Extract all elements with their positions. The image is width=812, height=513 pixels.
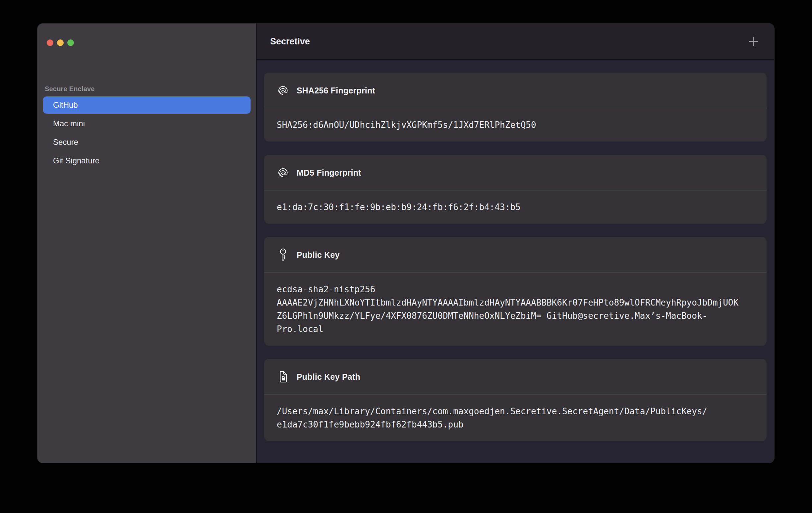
card-header: SHA256 Fingerprint xyxy=(264,73,766,108)
sidebar-item-git-signature[interactable]: Git Signature xyxy=(43,152,251,169)
main-panel: Secretive xyxy=(257,24,774,463)
add-secret-button[interactable] xyxy=(746,34,761,49)
card-title: SHA256 Fingerprint xyxy=(297,86,375,95)
title-bar: Secretive xyxy=(257,24,774,60)
traffic-lights xyxy=(47,39,74,46)
doc-lock-icon xyxy=(277,370,289,383)
secret-list: GitHub Mac mini Secure Git Signature xyxy=(43,96,251,169)
minimize-window-button[interactable] xyxy=(57,39,64,46)
key-icon xyxy=(277,248,289,261)
sidebar-item-label: Secure xyxy=(53,138,78,147)
public-key-path-value[interactable]: /Users/max/Library/Containers/com.maxgoe… xyxy=(264,394,766,441)
secret-detail: SHA256 Fingerprint SHA256:d6AnOU/UDhcihZ… xyxy=(257,60,774,463)
sidebar-item-github[interactable]: GitHub xyxy=(43,96,251,114)
card-header: MD5 Fingerprint xyxy=(264,155,766,190)
sha256-fingerprint-value[interactable]: SHA256:d6AnOU/UDhcihZlkjvXGPKmf5s/1JXd7E… xyxy=(264,108,766,142)
public-key-path-card: Public Key Path /Users/max/Library/Conta… xyxy=(264,359,766,441)
sidebar-item-label: Git Signature xyxy=(53,156,99,165)
sidebar-item-secure[interactable]: Secure xyxy=(43,134,251,151)
close-window-button[interactable] xyxy=(47,39,53,46)
card-header: Public Key Path xyxy=(264,359,766,394)
sha256-fingerprint-card: SHA256 Fingerprint SHA256:d6AnOU/UDhcihZ… xyxy=(264,73,766,142)
sidebar-section-label: Secure Enclave xyxy=(45,85,95,93)
sidebar-item-label: GitHub xyxy=(53,101,78,110)
sidebar-item-mac-mini[interactable]: Mac mini xyxy=(43,115,251,132)
fingerprint-icon xyxy=(277,84,289,97)
public-key-value[interactable]: ecdsa-sha2-nistp256 AAAAE2VjZHNhLXNoYTIt… xyxy=(264,272,766,346)
md5-fingerprint-value[interactable]: e1:da:7c:30:f1:fe:9b:eb:b9:24:fb:f6:2f:b… xyxy=(264,190,766,224)
card-title: Public Key xyxy=(297,250,340,260)
zoom-window-button[interactable] xyxy=(67,39,74,46)
sidebar: Secure Enclave GitHub Mac mini Secure Gi… xyxy=(37,24,257,463)
sidebar-item-label: Mac mini xyxy=(53,119,85,128)
card-title: MD5 Fingerprint xyxy=(297,168,361,178)
card-title: Public Key Path xyxy=(297,372,360,382)
page-title: Secretive xyxy=(270,36,310,47)
app-window: Secure Enclave GitHub Mac mini Secure Gi… xyxy=(37,24,774,463)
public-key-card: Public Key ecdsa-sha2-nistp256 AAAAE2VjZ… xyxy=(264,237,766,346)
md5-fingerprint-card: MD5 Fingerprint e1:da:7c:30:f1:fe:9b:eb:… xyxy=(264,155,766,224)
fingerprint-icon xyxy=(277,166,289,179)
plus-icon xyxy=(748,36,759,47)
card-header: Public Key xyxy=(264,237,766,272)
